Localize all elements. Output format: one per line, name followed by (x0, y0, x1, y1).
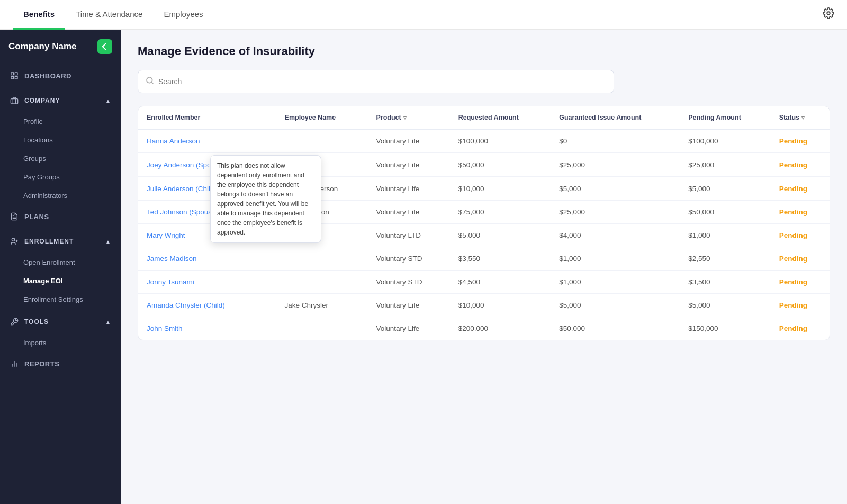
cell-status-4: Pending (771, 224, 830, 247)
sidebar-sub-locations[interactable]: Locations (0, 131, 121, 149)
cell-enrolled-member-0: Hanna Anderson (138, 129, 276, 153)
cell-product-0: Voluntary Life (367, 129, 449, 153)
cell-product-1: Voluntary Life (367, 153, 449, 177)
table-row: Amanda Chrysler (Child)Jake ChryslerVolu… (138, 294, 830, 317)
top-nav-tab-benefits[interactable]: Benefits (13, 0, 65, 30)
page-title: Manage Evidence of Insurability (138, 44, 830, 58)
svg-rect-5 (11, 99, 17, 104)
sidebar-company: Company Name (0, 30, 121, 64)
cell-pending-amount-6: $3,500 (680, 271, 771, 294)
col-header-employee_name: Employee Name (276, 106, 368, 129)
sidebar-section-label-enrollment: ENROLLMENT (24, 238, 74, 245)
sidebar-item-plans[interactable]: PLANS (0, 205, 121, 228)
filter-icon-product[interactable]: ▿ (403, 114, 407, 121)
cell-pending-amount-3: $50,000 (680, 201, 771, 224)
col-header-product[interactable]: Product▿ (367, 106, 449, 129)
sidebar-sub-imports[interactable]: Imports (0, 334, 121, 352)
cell-status-1: Pending (771, 153, 830, 177)
top-nav-tab-employees[interactable]: Employees (153, 0, 213, 30)
dashboard-icon (10, 71, 19, 80)
table-row: John SmithVoluntary Life$200,000$50,000$… (138, 317, 830, 340)
cell-guaranteed-issue-8: $50,000 (551, 317, 680, 340)
col-header-pending_amount: Pending Amount (680, 106, 771, 129)
top-nav-tabs: BenefitsTime & AttendanceEmployees (13, 0, 823, 30)
tooltip-box-1: This plan does not allow dependent only … (210, 155, 321, 243)
cell-enrolled-member-8: John Smith (138, 317, 276, 340)
member-link-0[interactable]: Hanna Anderson (147, 137, 200, 145)
sidebar-section-company[interactable]: COMPANY▲ (0, 87, 121, 112)
main-layout: Company Name DASHBOARDCOMPANY▲ProfileLoc… (0, 30, 847, 504)
eoi-table: Enrolled MemberEmployee NameProduct▿Requ… (138, 106, 830, 340)
cell-requested-amount-7: $10,000 (450, 294, 551, 317)
cell-product-4: Voluntary LTD (367, 224, 449, 247)
member-link-7[interactable]: Amanda Chrysler (Child) (147, 301, 225, 309)
cell-status-8: Pending (771, 317, 830, 340)
top-nav: BenefitsTime & AttendanceEmployees (0, 0, 847, 30)
sidebar-sub-administrators[interactable]: Administrators (0, 186, 121, 205)
svg-rect-3 (15, 76, 17, 79)
cell-requested-amount-0: $100,000 (450, 129, 551, 153)
cell-status-2: Pending (771, 177, 830, 201)
cell-guaranteed-issue-5: $1,000 (551, 247, 680, 271)
sidebar-sub-pay-groups[interactable]: Pay Groups (0, 168, 121, 186)
svg-rect-4 (11, 76, 14, 79)
cell-product-8: Voluntary Life (367, 317, 449, 340)
svg-rect-1 (11, 73, 14, 75)
col-header-status[interactable]: Status▿ (771, 106, 830, 129)
sidebar-collapse-button[interactable] (97, 39, 112, 54)
sidebar-sub-enrollment-settings[interactable]: Enrollment Settings (0, 290, 121, 309)
top-nav-tab-time-&-attendance[interactable]: Time & Attendance (65, 0, 153, 30)
cell-enrolled-member-5: James Madison (138, 247, 276, 271)
search-bar (138, 70, 614, 93)
cell-status-3: Pending (771, 201, 830, 224)
cell-enrolled-member-1: Joey Anderson (Spouse)iThis plan does no… (138, 153, 276, 177)
cell-employee-name-8 (276, 317, 368, 340)
cell-product-3: Voluntary Life (367, 201, 449, 224)
company-icon (10, 96, 19, 105)
sidebar-sub-groups[interactable]: Groups (0, 149, 121, 168)
cell-pending-amount-8: $150,000 (680, 317, 771, 340)
cell-pending-amount-4: $1,000 (680, 224, 771, 247)
cell-requested-amount-4: $5,000 (450, 224, 551, 247)
cell-product-7: Voluntary Life (367, 294, 449, 317)
sidebar-section-label-company: COMPANY (24, 97, 60, 104)
member-link-2[interactable]: Julie Anderson (Child) (147, 185, 217, 193)
table-row: Jonny TsunamiVoluntary STD$4,500$1,000$3… (138, 271, 830, 294)
col-header-enrolled_member: Enrolled Member (138, 106, 276, 129)
cell-status-7: Pending (771, 294, 830, 317)
sidebar-sub-open-enrollment[interactable]: Open Enrollment (0, 253, 121, 272)
tools-icon (10, 317, 19, 327)
member-link-5[interactable]: James Madison (147, 255, 197, 263)
cell-requested-amount-6: $4,500 (450, 271, 551, 294)
cell-product-5: Voluntary STD (367, 247, 449, 271)
sidebar-navigation: DASHBOARDCOMPANY▲ProfileLocationsGroupsP… (0, 64, 121, 375)
table-row: Joey Anderson (Spouse)iThis plan does no… (138, 153, 830, 177)
member-link-6[interactable]: Jonny Tsunami (147, 278, 194, 286)
cell-requested-amount-1: $50,000 (450, 153, 551, 177)
enrollment-icon (10, 237, 19, 246)
search-input[interactable] (158, 77, 606, 86)
filter-icon-status[interactable]: ▿ (801, 114, 805, 121)
cell-pending-amount-2: $5,000 (680, 177, 771, 201)
cell-guaranteed-issue-2: $5,000 (551, 177, 680, 201)
cell-requested-amount-2: $10,000 (450, 177, 551, 201)
sidebar-section-tools[interactable]: TOOLS▲ (0, 309, 121, 334)
svg-rect-2 (15, 73, 17, 75)
cell-guaranteed-issue-3: $25,000 (551, 201, 680, 224)
sidebar-item-dashboard[interactable]: DASHBOARD (0, 64, 121, 87)
chevron-up-icon: ▲ (105, 319, 111, 325)
member-link-4[interactable]: Mary Wright (147, 231, 185, 239)
cell-enrolled-member-7: Amanda Chrysler (Child) (138, 294, 276, 317)
sidebar-sub-profile[interactable]: Profile (0, 112, 121, 131)
cell-guaranteed-issue-1: $25,000 (551, 153, 680, 177)
member-link-3[interactable]: Ted Johnson (Spouse) (147, 208, 218, 216)
svg-line-16 (151, 82, 153, 84)
sidebar-section-enrollment[interactable]: ENROLLMENT▲ (0, 228, 121, 253)
sidebar-item-label-plans: PLANS (24, 213, 49, 221)
cell-pending-amount-7: $5,000 (680, 294, 771, 317)
gear-icon[interactable] (823, 7, 834, 22)
sidebar-item-reports[interactable]: REPORTS (0, 352, 121, 375)
member-link-8[interactable]: John Smith (147, 325, 183, 332)
sidebar-sub-manage-eoi[interactable]: Manage EOI (0, 272, 121, 290)
cell-requested-amount-3: $75,000 (450, 201, 551, 224)
